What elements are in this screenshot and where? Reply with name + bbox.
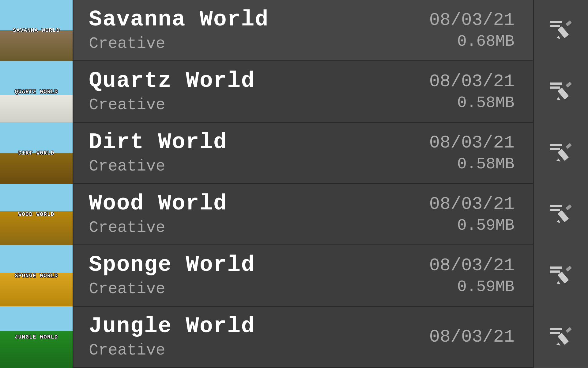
world-edit-button-sponge[interactable] bbox=[533, 245, 588, 306]
svg-marker-23 bbox=[556, 281, 560, 284]
svg-rect-7 bbox=[557, 87, 569, 99]
svg-rect-15 bbox=[550, 205, 562, 207]
world-item-jungle[interactable]: JUNGLE WORLDJungle WorldCreative08/03/21 bbox=[0, 307, 588, 368]
world-name-dirt: Dirt World bbox=[89, 130, 401, 155]
world-size-quartz: 0.58MB bbox=[457, 94, 514, 112]
world-edit-button-dirt[interactable] bbox=[533, 122, 588, 184]
svg-rect-24 bbox=[565, 266, 571, 271]
svg-rect-9 bbox=[565, 82, 571, 87]
svg-marker-18 bbox=[556, 220, 560, 223]
world-info-savanna: Savanna WorldCreative bbox=[74, 0, 417, 62]
svg-rect-12 bbox=[557, 149, 569, 161]
edit-icon bbox=[549, 263, 573, 288]
world-meta-wood: 08/03/210.59MB bbox=[417, 194, 533, 235]
world-size-dirt: 0.58MB bbox=[457, 155, 514, 173]
world-size-savanna: 0.68MB bbox=[457, 33, 514, 51]
world-mode-sponge: Creative bbox=[89, 280, 401, 298]
world-thumbnail-quartz: QUARTZ WORLD bbox=[0, 61, 74, 122]
world-thumb-label-jungle: JUNGLE WORLD bbox=[15, 334, 58, 340]
world-size-wood: 0.59MB bbox=[457, 217, 514, 235]
svg-marker-3 bbox=[556, 36, 560, 39]
world-list: SAVANNA WORLDSavanna WorldCreative08/03/… bbox=[0, 0, 588, 368]
svg-marker-13 bbox=[556, 159, 560, 162]
world-info-wood: Wood WorldCreative bbox=[74, 182, 417, 246]
world-thumbnail-jungle: JUNGLE WORLD bbox=[0, 306, 74, 368]
world-info-sponge: Sponge WorldCreative bbox=[74, 244, 417, 307]
svg-rect-16 bbox=[550, 209, 560, 211]
svg-rect-10 bbox=[550, 144, 562, 146]
world-meta-sponge: 08/03/210.59MB bbox=[417, 255, 533, 296]
world-info-jungle: Jungle WorldCreative bbox=[74, 305, 417, 368]
world-thumbnail-wood: WOOD WORLD bbox=[0, 184, 74, 245]
svg-rect-1 bbox=[550, 25, 560, 27]
edit-icon bbox=[549, 18, 573, 43]
svg-marker-28 bbox=[556, 343, 560, 346]
edit-icon bbox=[549, 141, 573, 165]
world-edit-button-quartz[interactable] bbox=[533, 61, 588, 122]
world-name-quartz: Quartz World bbox=[89, 69, 401, 93]
world-mode-savanna: Creative bbox=[89, 35, 401, 53]
svg-rect-0 bbox=[550, 21, 562, 23]
world-date-quartz: 08/03/21 bbox=[429, 71, 514, 91]
world-mode-dirt: Creative bbox=[89, 157, 401, 175]
world-edit-button-savanna[interactable] bbox=[533, 0, 588, 61]
world-info-quartz: Quartz WorldCreative bbox=[74, 60, 417, 123]
world-meta-dirt: 08/03/210.58MB bbox=[417, 133, 533, 173]
world-mode-wood: Creative bbox=[89, 219, 401, 237]
edit-icon bbox=[549, 325, 573, 349]
world-info-dirt: Dirt WorldCreative bbox=[74, 121, 417, 184]
world-thumb-label-sponge: SPONGE WORLD bbox=[15, 273, 58, 279]
world-thumbnail-savanna: SAVANNA WORLD bbox=[0, 0, 74, 61]
world-name-jungle: Jungle World bbox=[89, 314, 401, 339]
world-item-dirt[interactable]: DIRT WORLDDirt WorldCreative08/03/210.58… bbox=[0, 123, 588, 184]
world-thumb-label-savanna: SAVANNA WORLD bbox=[13, 27, 60, 33]
world-meta-quartz: 08/03/210.58MB bbox=[417, 71, 533, 112]
world-mode-quartz: Creative bbox=[89, 96, 401, 114]
world-thumbnail-dirt: DIRT WORLD bbox=[0, 122, 74, 184]
svg-rect-25 bbox=[550, 328, 562, 330]
svg-rect-19 bbox=[565, 204, 571, 210]
world-thumb-label-wood: WOOD WORLD bbox=[18, 211, 54, 217]
svg-rect-6 bbox=[550, 86, 560, 89]
world-date-dirt: 08/03/21 bbox=[429, 133, 514, 153]
world-name-savanna: Savanna World bbox=[89, 8, 401, 32]
edit-icon bbox=[549, 79, 573, 104]
svg-rect-14 bbox=[565, 143, 571, 149]
svg-rect-5 bbox=[550, 82, 562, 85]
world-item-savanna[interactable]: SAVANNA WORLDSavanna WorldCreative08/03/… bbox=[0, 0, 588, 61]
world-size-sponge: 0.59MB bbox=[457, 278, 514, 296]
world-edit-button-wood[interactable] bbox=[533, 184, 588, 245]
svg-rect-4 bbox=[565, 20, 571, 26]
world-name-wood: Wood World bbox=[89, 192, 401, 216]
world-date-sponge: 08/03/21 bbox=[429, 255, 514, 275]
world-date-savanna: 08/03/21 bbox=[429, 10, 514, 30]
svg-rect-2 bbox=[557, 26, 569, 38]
world-date-jungle: 08/03/21 bbox=[429, 327, 514, 347]
world-meta-savanna: 08/03/210.68MB bbox=[417, 10, 533, 51]
svg-marker-8 bbox=[556, 97, 560, 100]
world-thumb-label-quartz: QUARTZ WORLD bbox=[15, 89, 58, 95]
world-date-wood: 08/03/21 bbox=[429, 194, 514, 214]
world-thumb-label-dirt: DIRT WORLD bbox=[18, 150, 54, 156]
svg-rect-22 bbox=[557, 271, 569, 283]
world-item-sponge[interactable]: SPONGE WORLDSponge WorldCreative08/03/21… bbox=[0, 245, 588, 307]
edit-icon bbox=[549, 202, 573, 227]
svg-rect-21 bbox=[550, 270, 560, 273]
world-item-wood[interactable]: WOOD WORLDWood WorldCreative08/03/210.59… bbox=[0, 184, 588, 245]
world-item-quartz[interactable]: QUARTZ WORLDQuartz WorldCreative08/03/21… bbox=[0, 61, 588, 123]
svg-rect-29 bbox=[565, 327, 571, 333]
svg-rect-17 bbox=[557, 210, 569, 222]
world-edit-button-jungle[interactable] bbox=[533, 306, 588, 368]
world-name-sponge: Sponge World bbox=[89, 253, 401, 277]
world-meta-jungle: 08/03/21 bbox=[417, 327, 533, 347]
svg-rect-20 bbox=[550, 266, 562, 269]
world-thumbnail-sponge: SPONGE WORLD bbox=[0, 245, 74, 306]
svg-rect-26 bbox=[550, 332, 560, 334]
svg-rect-11 bbox=[550, 148, 560, 150]
world-mode-jungle: Creative bbox=[89, 341, 401, 359]
svg-rect-27 bbox=[557, 333, 569, 345]
